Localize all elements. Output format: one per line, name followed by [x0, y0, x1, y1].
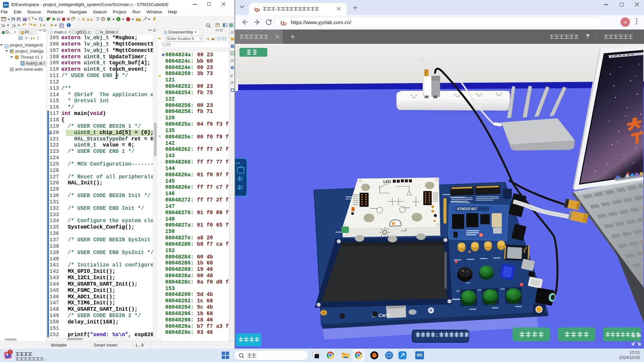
svg-text:STM32F407: STM32F407: [457, 207, 477, 211]
svg-text:i: i: [31, 36, 32, 40]
svg-text:z: z: [12, 25, 13, 28]
svg-text:z: z: [1, 25, 3, 28]
svg-text:i: i: [68, 23, 69, 27]
svg-text:.c: .c: [77, 18, 80, 21]
svg-text:LED: LED: [383, 180, 391, 184]
svg-text:#: #: [231, 74, 233, 78]
